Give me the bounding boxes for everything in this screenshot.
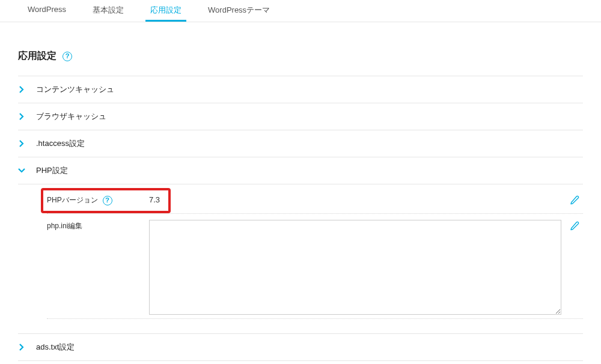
setting-label-cell: php.ini編集: [47, 220, 149, 231]
tab-basic-settings[interactable]: 基本設定: [91, 0, 125, 22]
accordion-item-ads-txt[interactable]: ads.txt設定: [18, 333, 583, 361]
phpini-textarea[interactable]: [149, 220, 561, 315]
chevron-right-icon: [18, 344, 25, 351]
accordion-item-browser-cache[interactable]: ブラウザキャッシュ: [18, 103, 583, 130]
help-icon[interactable]: ?: [103, 196, 112, 205]
accordion-label: ブラウザキャッシュ: [36, 111, 106, 122]
page-title-row: 応用設定 ?: [0, 50, 601, 62]
phpini-label: php.ini編集: [47, 221, 82, 231]
tab-wordpress[interactable]: WordPress: [26, 0, 67, 20]
chevron-right-icon: [18, 113, 25, 120]
chevron-down-icon: [18, 168, 25, 173]
php-settings-panel: PHPバージョン ? 7.3 php.ini編集: [18, 184, 583, 333]
setting-label-cell: PHPバージョン ?: [47, 195, 149, 205]
tab-advanced-settings[interactable]: 応用設定: [149, 0, 183, 22]
accordion-label: コンテンツキャッシュ: [36, 84, 114, 95]
accordion-item-htaccess[interactable]: .htaccess設定: [18, 130, 583, 157]
accordion-label: ads.txt設定: [36, 342, 75, 353]
page-title: 応用設定: [18, 50, 56, 62]
accordion: コンテンツキャッシュ ブラウザキャッシュ .htaccess設定 PHP設定 P…: [0, 76, 601, 361]
php-version-label: PHPバージョン: [47, 195, 98, 205]
edit-icon[interactable]: [570, 195, 579, 207]
chevron-right-icon: [18, 140, 25, 147]
setting-row-phpini: php.ini編集: [47, 214, 583, 319]
accordion-item-php[interactable]: PHP設定: [18, 157, 583, 184]
accordion-label: PHP設定: [36, 165, 68, 176]
edit-icon[interactable]: [570, 221, 579, 233]
tab-bar: WordPress 基本設定 応用設定 WordPressテーマ: [0, 0, 601, 22]
setting-row-php-version: PHPバージョン ? 7.3: [47, 188, 583, 214]
accordion-item-content-cache[interactable]: コンテンツキャッシュ: [18, 76, 583, 103]
accordion-label: .htaccess設定: [36, 138, 85, 149]
php-version-value: 7.3: [149, 195, 566, 204]
tab-wordpress-theme[interactable]: WordPressテーマ: [207, 0, 271, 22]
help-icon[interactable]: ?: [63, 52, 72, 61]
chevron-right-icon: [18, 86, 25, 93]
